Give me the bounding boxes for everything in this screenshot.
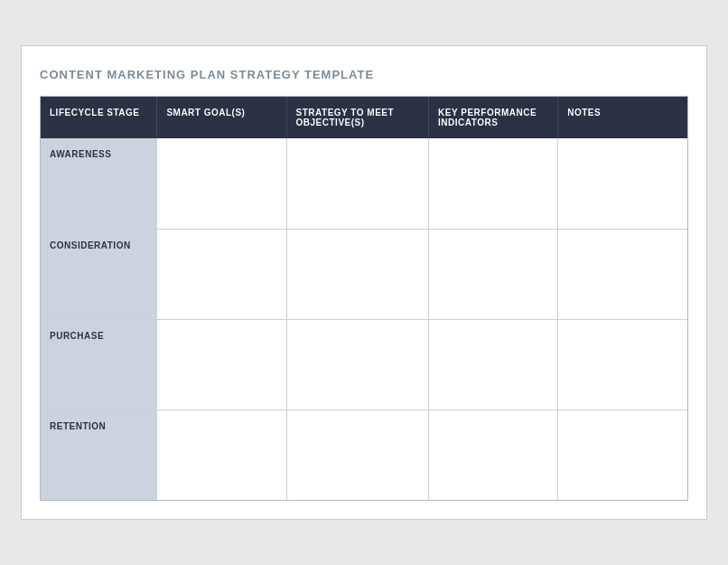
page-container: CONTENT MARKETING PLAN STRATEGY TEMPLATE… xyxy=(21,45,707,520)
consideration-kpi[interactable] xyxy=(429,229,558,319)
purchase-smart-goals[interactable] xyxy=(157,319,286,410)
awareness-smart-goals[interactable] xyxy=(157,138,286,229)
header-lifecycle-stage: LIFECYCLE STAGE xyxy=(41,97,157,138)
retention-kpi[interactable] xyxy=(429,410,558,500)
header-strategy: STRATEGY TO MEET OBJECTIVE(S) xyxy=(286,97,429,138)
strategy-table: LIFECYCLE STAGE SMART GOAL(S) STRATEGY T… xyxy=(41,97,687,500)
purchase-kpi[interactable] xyxy=(429,319,558,410)
stage-awareness: AWARENESS xyxy=(41,138,157,229)
awareness-notes[interactable] xyxy=(558,138,687,229)
retention-smart-goals[interactable] xyxy=(157,410,286,500)
header-kpi: KEY PERFORMANCE INDICATORS xyxy=(429,97,558,138)
consideration-smart-goals[interactable] xyxy=(157,229,286,319)
stage-consideration: CONSIDERATION xyxy=(41,229,157,319)
purchase-strategy[interactable] xyxy=(286,319,429,410)
consideration-notes[interactable] xyxy=(558,229,687,319)
retention-strategy[interactable] xyxy=(286,410,429,500)
purchase-notes[interactable] xyxy=(558,319,687,410)
page-title: CONTENT MARKETING PLAN STRATEGY TEMPLATE xyxy=(40,68,688,81)
table-row: PURCHASE xyxy=(41,319,687,410)
header-notes: NOTES xyxy=(558,97,687,138)
table-row: RETENTION xyxy=(41,410,687,500)
table-row: CONSIDERATION xyxy=(41,229,687,319)
stage-purchase: PURCHASE xyxy=(41,319,157,410)
table-header-row: LIFECYCLE STAGE SMART GOAL(S) STRATEGY T… xyxy=(41,97,687,138)
consideration-strategy[interactable] xyxy=(286,229,429,319)
awareness-strategy[interactable] xyxy=(286,138,429,229)
table-row: AWARENESS xyxy=(41,138,687,229)
header-smart-goals: SMART GOAL(S) xyxy=(157,97,286,138)
table-wrapper: LIFECYCLE STAGE SMART GOAL(S) STRATEGY T… xyxy=(40,96,688,501)
awareness-kpi[interactable] xyxy=(429,138,558,229)
stage-retention: RETENTION xyxy=(41,410,157,500)
retention-notes[interactable] xyxy=(558,410,687,500)
